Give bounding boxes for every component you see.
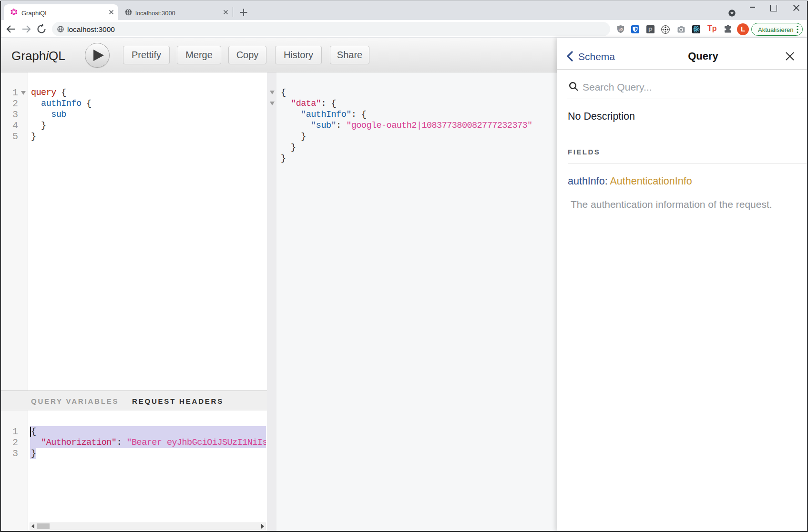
svg-text:uD: uD [619,28,623,31]
